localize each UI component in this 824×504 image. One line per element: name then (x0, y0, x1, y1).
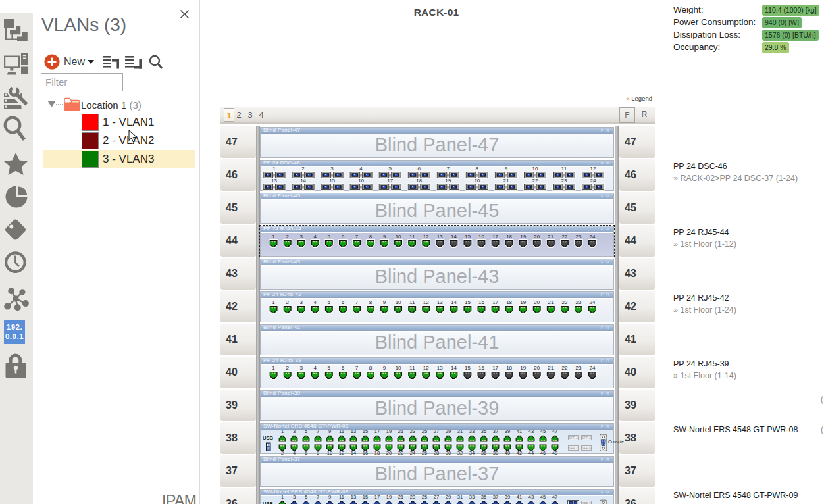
svg-text:192.: 192. (7, 323, 22, 331)
svg-text:0.0.1: 0.0.1 (5, 332, 24, 340)
